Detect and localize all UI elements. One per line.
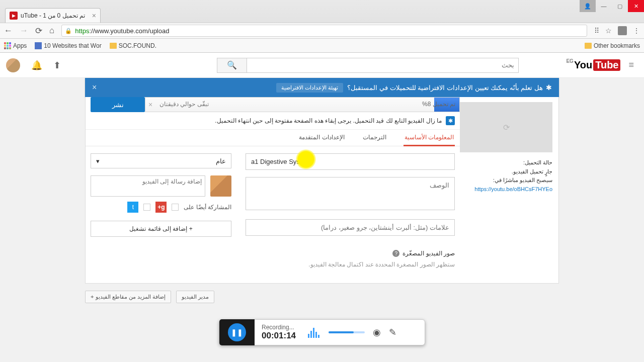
youtube-masthead: 🔔 ⬆ 🔍 EG YouTube ≡ bbox=[0, 53, 644, 78]
share-row: المشاركة أيضًا على g+ t bbox=[91, 202, 231, 213]
youtube-icon: ▶ bbox=[10, 12, 18, 20]
video-manager-button[interactable]: مدير الفيديو bbox=[176, 291, 214, 303]
apps-button[interactable]: Apps bbox=[4, 42, 27, 49]
status-line: سيصبح الفيديو مباشرًا في: bbox=[460, 176, 552, 185]
back-button[interactable]: ← bbox=[4, 26, 13, 36]
audio-level-icon bbox=[308, 327, 319, 338]
tags-input[interactable] bbox=[246, 219, 455, 236]
star-icon: ✱ bbox=[446, 116, 455, 125]
window-close-button[interactable]: ✕ bbox=[628, 0, 644, 12]
address-bar[interactable]: 🔒 https://www.youtube.com/upload bbox=[61, 25, 587, 37]
video-thumbnail-preview: ⟳ bbox=[460, 102, 552, 152]
browser-toolbar: ← → ⟳ ⌂ 🔒 https://www.youtube.com/upload… bbox=[0, 23, 644, 39]
cancel-upload-icon[interactable]: × bbox=[148, 101, 152, 109]
browser-tab[interactable]: ▶ uTube - تم تحميل 0 من 1 × bbox=[5, 8, 101, 23]
recorder-timer: 00:01:14 bbox=[262, 331, 296, 341]
plus-icon: + bbox=[91, 294, 94, 300]
tab-title: uTube - تم تحميل 0 من 1 bbox=[21, 12, 85, 19]
tab-basic-info[interactable]: المعلومات الأساسية bbox=[404, 130, 455, 146]
avatar bbox=[210, 175, 231, 197]
twitter-icon: t bbox=[127, 202, 138, 213]
bookmarks-bar: Apps 10 Websites that Wor SOC.FOUND. Oth… bbox=[0, 39, 644, 53]
reload-button[interactable]: ⟳ bbox=[35, 26, 42, 36]
minimize-button[interactable]: — bbox=[596, 0, 612, 12]
window-controls: 👤 — ▢ ✕ bbox=[580, 0, 644, 12]
chevron-down-icon: ▾ bbox=[96, 157, 100, 165]
notifications-icon[interactable]: 🔔 bbox=[31, 60, 42, 71]
upload-progress-bar: تم تحميل 8% تبقّى حوالي دقيقتان × bbox=[145, 97, 460, 112]
googleplus-checkbox[interactable] bbox=[172, 204, 179, 211]
extension-icon[interactable] bbox=[618, 26, 627, 35]
recorder-status-label: Recording... bbox=[262, 324, 296, 331]
privacy-value: عام bbox=[216, 157, 226, 165]
maximize-button[interactable]: ▢ bbox=[612, 0, 628, 12]
other-bookmarks[interactable]: Other bookmarks bbox=[585, 42, 640, 49]
star-icon: ✱ bbox=[546, 83, 552, 92]
url-path: ://www.youtube.com/upload bbox=[89, 27, 169, 35]
forward-button[interactable]: → bbox=[20, 26, 28, 36]
bookmark-item[interactable]: 10 Websites that Wor bbox=[35, 42, 101, 49]
title-input[interactable] bbox=[246, 153, 455, 170]
user-icon[interactable]: 👤 bbox=[580, 0, 596, 12]
progress-eta: تبقّى حوالي دقيقتان bbox=[159, 101, 209, 108]
banner-action-link[interactable]: تهيئة الإعدادات الافتراضية bbox=[276, 83, 343, 93]
share-label: المشاركة أيضًا على bbox=[184, 204, 231, 211]
recorder-volume-slider[interactable] bbox=[329, 331, 365, 333]
guide-menu-icon[interactable]: ≡ bbox=[628, 60, 634, 70]
add-to-playlist-button[interactable]: + إضافة إلى قائمة تشغيل bbox=[91, 221, 231, 237]
star-icon[interactable]: ☆ bbox=[605, 27, 612, 35]
add-more-videos-button[interactable]: إضافة المزيد من مقاطع الفيديو + bbox=[85, 291, 171, 303]
upload-info-strip: ✱ ما زال الفيديو التابع لك قيد التحميل. … bbox=[86, 112, 460, 130]
description-input[interactable] bbox=[246, 177, 455, 210]
chrome-menu-icon[interactable]: ⋮ bbox=[633, 27, 640, 35]
twitter-checkbox[interactable] bbox=[143, 204, 150, 211]
tab-advanced[interactable]: الإعدادات المتقدمة bbox=[298, 130, 345, 146]
status-line: جارٍ تحميل الفيديو. bbox=[460, 167, 552, 176]
googleplus-icon: g+ bbox=[155, 202, 167, 213]
thumbnails-hint: ستظهر الصور المصغرة المحددة عند اكتمال م… bbox=[91, 261, 455, 268]
help-icon[interactable]: ? bbox=[392, 250, 399, 257]
lock-icon: 🔒 bbox=[65, 28, 72, 34]
tip-banner: ✱ هل تعلم بأنّه يمكنك تعيين الإعدادات ال… bbox=[85, 78, 559, 97]
page-body: ✱ هل تعلم بأنّه يمكنك تعيين الإعدادات ال… bbox=[0, 78, 644, 362]
url-scheme: https bbox=[75, 27, 89, 35]
youtube-logo[interactable]: EG YouTube bbox=[566, 59, 620, 71]
avatar[interactable] bbox=[6, 58, 20, 72]
status-heading: حالة التحميل: bbox=[460, 158, 552, 167]
info-text: ما زال الفيديو التابع لك قيد التحميل. ير… bbox=[215, 117, 442, 124]
pause-icon: ❚❚ bbox=[231, 328, 243, 336]
search-icon: 🔍 bbox=[227, 60, 237, 70]
translate-icon[interactable]: ⠿ bbox=[594, 27, 599, 35]
tab-translations[interactable]: الترجمات bbox=[362, 130, 387, 146]
recorder-pause-button[interactable]: ❚❚ bbox=[219, 319, 255, 345]
banner-close-icon[interactable]: × bbox=[92, 83, 97, 92]
publish-button[interactable]: نشر bbox=[91, 97, 145, 112]
share-message-input[interactable] bbox=[91, 175, 205, 197]
thumbnails-heading: صور الفيديو المصغّرة bbox=[403, 250, 455, 257]
upload-icon[interactable]: ⬆ bbox=[53, 60, 61, 71]
annotate-icon[interactable]: ✎ bbox=[389, 327, 396, 338]
search-button[interactable]: 🔍 bbox=[217, 58, 247, 73]
upload-status: حالة التحميل: جارٍ تحميل الفيديو. سيصبح … bbox=[460, 158, 552, 194]
upload-tabs: المعلومات الأساسية الترجمات الإعدادات ال… bbox=[86, 130, 460, 146]
browser-tabstrip: ▶ uTube - تم تحميل 0 من 1 × 👤 — ▢ ✕ bbox=[0, 0, 644, 23]
video-url-link[interactable]: https://youtu.be/oBHCsF7HYEo bbox=[474, 186, 552, 192]
home-button[interactable]: ⌂ bbox=[49, 26, 54, 36]
banner-text: هل تعلم بأنّه يمكنك تعيين الإعدادات الاف… bbox=[347, 84, 543, 92]
progress-percent: تم تحميل 8% bbox=[422, 101, 455, 108]
webcam-icon[interactable]: ◉ bbox=[373, 327, 381, 338]
tab-close-icon[interactable]: × bbox=[92, 12, 96, 20]
privacy-dropdown[interactable]: عام ▾ bbox=[91, 153, 231, 168]
search-input[interactable] bbox=[247, 58, 519, 73]
bookmark-item[interactable]: SOC.FOUND. bbox=[110, 42, 156, 49]
screen-recorder-widget: ❚❚ Recording... 00:01:14 ◉ ✎ bbox=[219, 319, 425, 345]
